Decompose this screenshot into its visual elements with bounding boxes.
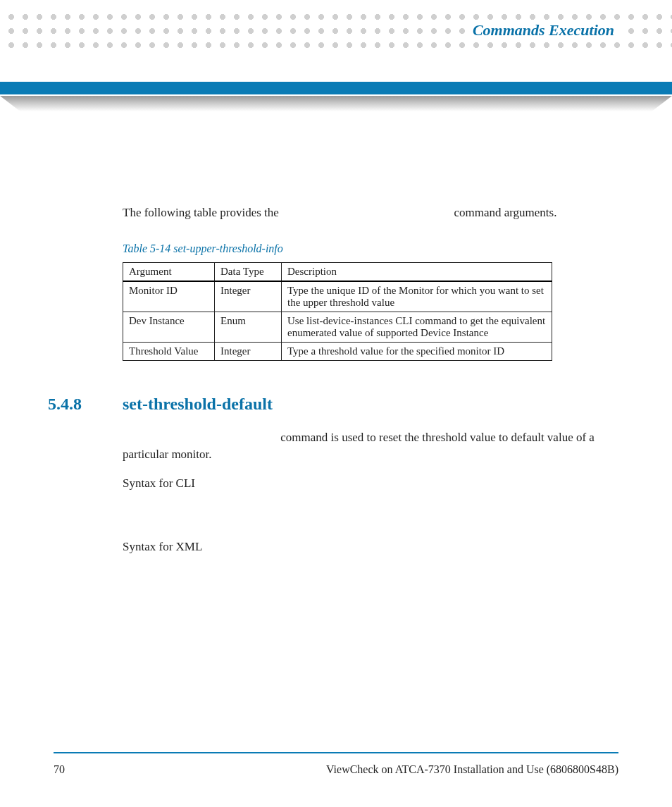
th-datatype: Data Type [215,262,282,281]
section-number: 5.4.8 [48,395,82,414]
chapter-title: Commands Execution [466,21,621,39]
table-row: Threshold Value Integer Type a threshold… [123,342,552,360]
doc-title: ViewCheck on ATCA-7370 Installation and … [326,763,618,776]
intro-post: command arguments. [454,206,556,219]
cell-desc: Use list-device-instances CLI command to… [282,312,552,342]
cell-arg: Threshold Value [123,342,215,360]
section-body: command is used to reset the threshold v… [123,429,621,464]
section-heading: 5.4.8 set-threshold-default [123,395,621,414]
page-number: 70 [54,763,65,776]
arguments-table: Argument Data Type Description Monitor I… [123,262,552,361]
section-body-text: command is used to reset the threshold v… [123,431,595,462]
syntax-cli-label: Syntax for CLI [123,476,621,491]
th-description: Description [282,262,552,281]
cell-dt: Integer [215,281,282,312]
th-argument: Argument [123,262,215,281]
section-title: set-threshold-default [123,395,273,413]
cell-dt: Integer [215,342,282,360]
cell-arg: Monitor ID [123,281,215,312]
syntax-xml-label: Syntax for XML [123,540,621,554]
header-shadow [0,96,672,111]
header-blue-bar [0,82,672,94]
table-row: Monitor ID Integer Type the unique ID of… [123,281,552,312]
cell-desc: Type the unique ID of the Monitor for wh… [282,281,552,312]
footer-rule [54,752,618,753]
header-pattern: Commands Execution [0,6,672,48]
intro-pre: The following table provides the [123,206,279,219]
table-row: Dev Instance Enum Use list-device-instan… [123,312,552,342]
intro-paragraph: The following table provides the command… [123,204,621,221]
page-footer: 70 ViewCheck on ATCA-7370 Installation a… [54,763,618,776]
table-header-row: Argument Data Type Description [123,262,552,281]
page-content: The following table provides the command… [123,204,621,554]
cell-arg: Dev Instance [123,312,215,342]
cell-desc: Type a threshold value for the specified… [282,342,552,360]
cell-dt: Enum [215,312,282,342]
table-caption: Table 5-14 set-upper-threshold-info [123,242,621,255]
